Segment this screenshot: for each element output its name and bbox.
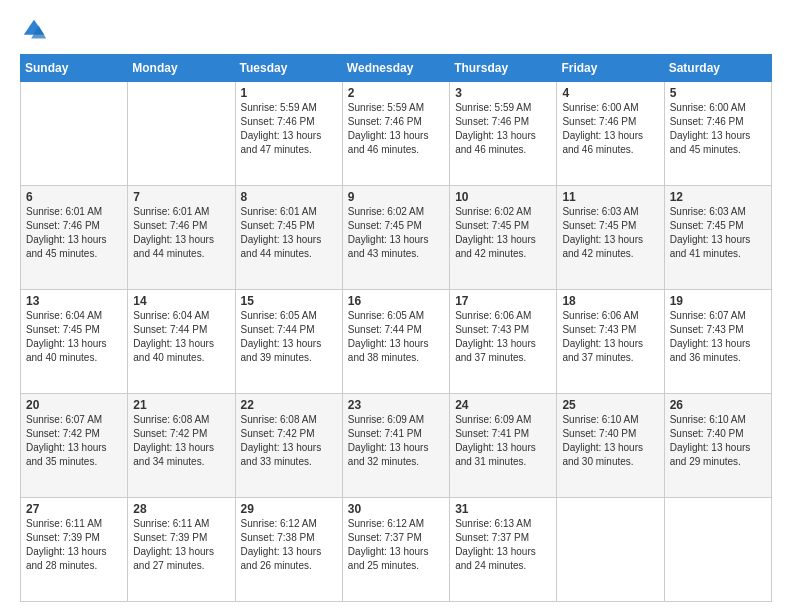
calendar-cell bbox=[128, 82, 235, 186]
day-number: 26 bbox=[670, 398, 766, 412]
day-number: 30 bbox=[348, 502, 444, 516]
day-number: 29 bbox=[241, 502, 337, 516]
day-number: 23 bbox=[348, 398, 444, 412]
weekday-header-friday: Friday bbox=[557, 55, 664, 82]
day-info: Sunrise: 6:06 AM Sunset: 7:43 PM Dayligh… bbox=[455, 309, 551, 365]
calendar-cell: 15Sunrise: 6:05 AM Sunset: 7:44 PM Dayli… bbox=[235, 290, 342, 394]
day-info: Sunrise: 6:11 AM Sunset: 7:39 PM Dayligh… bbox=[133, 517, 229, 573]
calendar-cell: 25Sunrise: 6:10 AM Sunset: 7:40 PM Dayli… bbox=[557, 394, 664, 498]
calendar-cell: 18Sunrise: 6:06 AM Sunset: 7:43 PM Dayli… bbox=[557, 290, 664, 394]
day-number: 19 bbox=[670, 294, 766, 308]
calendar-cell: 23Sunrise: 6:09 AM Sunset: 7:41 PM Dayli… bbox=[342, 394, 449, 498]
calendar-cell bbox=[21, 82, 128, 186]
day-info: Sunrise: 6:03 AM Sunset: 7:45 PM Dayligh… bbox=[670, 205, 766, 261]
week-row-5: 27Sunrise: 6:11 AM Sunset: 7:39 PM Dayli… bbox=[21, 498, 772, 602]
day-number: 18 bbox=[562, 294, 658, 308]
day-info: Sunrise: 6:12 AM Sunset: 7:38 PM Dayligh… bbox=[241, 517, 337, 573]
calendar-cell: 5Sunrise: 6:00 AM Sunset: 7:46 PM Daylig… bbox=[664, 82, 771, 186]
calendar-cell: 17Sunrise: 6:06 AM Sunset: 7:43 PM Dayli… bbox=[450, 290, 557, 394]
weekday-header-monday: Monday bbox=[128, 55, 235, 82]
calendar-cell: 16Sunrise: 6:05 AM Sunset: 7:44 PM Dayli… bbox=[342, 290, 449, 394]
day-info: Sunrise: 6:07 AM Sunset: 7:42 PM Dayligh… bbox=[26, 413, 122, 469]
day-number: 3 bbox=[455, 86, 551, 100]
day-info: Sunrise: 6:01 AM Sunset: 7:46 PM Dayligh… bbox=[133, 205, 229, 261]
day-number: 20 bbox=[26, 398, 122, 412]
day-info: Sunrise: 5:59 AM Sunset: 7:46 PM Dayligh… bbox=[348, 101, 444, 157]
calendar-cell: 30Sunrise: 6:12 AM Sunset: 7:37 PM Dayli… bbox=[342, 498, 449, 602]
calendar-cell: 10Sunrise: 6:02 AM Sunset: 7:45 PM Dayli… bbox=[450, 186, 557, 290]
calendar-cell: 14Sunrise: 6:04 AM Sunset: 7:44 PM Dayli… bbox=[128, 290, 235, 394]
day-number: 31 bbox=[455, 502, 551, 516]
day-number: 2 bbox=[348, 86, 444, 100]
week-row-2: 6Sunrise: 6:01 AM Sunset: 7:46 PM Daylig… bbox=[21, 186, 772, 290]
calendar-cell: 28Sunrise: 6:11 AM Sunset: 7:39 PM Dayli… bbox=[128, 498, 235, 602]
day-number: 8 bbox=[241, 190, 337, 204]
day-number: 17 bbox=[455, 294, 551, 308]
day-info: Sunrise: 6:08 AM Sunset: 7:42 PM Dayligh… bbox=[241, 413, 337, 469]
day-number: 28 bbox=[133, 502, 229, 516]
day-info: Sunrise: 6:12 AM Sunset: 7:37 PM Dayligh… bbox=[348, 517, 444, 573]
calendar-cell: 21Sunrise: 6:08 AM Sunset: 7:42 PM Dayli… bbox=[128, 394, 235, 498]
day-number: 7 bbox=[133, 190, 229, 204]
day-info: Sunrise: 6:01 AM Sunset: 7:46 PM Dayligh… bbox=[26, 205, 122, 261]
calendar-cell: 6Sunrise: 6:01 AM Sunset: 7:46 PM Daylig… bbox=[21, 186, 128, 290]
calendar-cell: 22Sunrise: 6:08 AM Sunset: 7:42 PM Dayli… bbox=[235, 394, 342, 498]
calendar-cell bbox=[557, 498, 664, 602]
day-info: Sunrise: 5:59 AM Sunset: 7:46 PM Dayligh… bbox=[455, 101, 551, 157]
day-number: 11 bbox=[562, 190, 658, 204]
calendar-cell: 24Sunrise: 6:09 AM Sunset: 7:41 PM Dayli… bbox=[450, 394, 557, 498]
day-number: 22 bbox=[241, 398, 337, 412]
calendar-cell: 4Sunrise: 6:00 AM Sunset: 7:46 PM Daylig… bbox=[557, 82, 664, 186]
calendar-cell: 12Sunrise: 6:03 AM Sunset: 7:45 PM Dayli… bbox=[664, 186, 771, 290]
day-number: 24 bbox=[455, 398, 551, 412]
day-number: 14 bbox=[133, 294, 229, 308]
day-number: 16 bbox=[348, 294, 444, 308]
calendar-cell: 27Sunrise: 6:11 AM Sunset: 7:39 PM Dayli… bbox=[21, 498, 128, 602]
day-info: Sunrise: 6:04 AM Sunset: 7:44 PM Dayligh… bbox=[133, 309, 229, 365]
calendar-cell: 19Sunrise: 6:07 AM Sunset: 7:43 PM Dayli… bbox=[664, 290, 771, 394]
calendar-cell: 3Sunrise: 5:59 AM Sunset: 7:46 PM Daylig… bbox=[450, 82, 557, 186]
day-number: 9 bbox=[348, 190, 444, 204]
week-row-1: 1Sunrise: 5:59 AM Sunset: 7:46 PM Daylig… bbox=[21, 82, 772, 186]
day-number: 5 bbox=[670, 86, 766, 100]
day-info: Sunrise: 6:07 AM Sunset: 7:43 PM Dayligh… bbox=[670, 309, 766, 365]
day-info: Sunrise: 6:13 AM Sunset: 7:37 PM Dayligh… bbox=[455, 517, 551, 573]
day-number: 12 bbox=[670, 190, 766, 204]
calendar-cell: 29Sunrise: 6:12 AM Sunset: 7:38 PM Dayli… bbox=[235, 498, 342, 602]
calendar-cell: 13Sunrise: 6:04 AM Sunset: 7:45 PM Dayli… bbox=[21, 290, 128, 394]
day-info: Sunrise: 6:05 AM Sunset: 7:44 PM Dayligh… bbox=[241, 309, 337, 365]
day-info: Sunrise: 6:08 AM Sunset: 7:42 PM Dayligh… bbox=[133, 413, 229, 469]
day-number: 25 bbox=[562, 398, 658, 412]
week-row-3: 13Sunrise: 6:04 AM Sunset: 7:45 PM Dayli… bbox=[21, 290, 772, 394]
day-number: 10 bbox=[455, 190, 551, 204]
calendar-cell: 1Sunrise: 5:59 AM Sunset: 7:46 PM Daylig… bbox=[235, 82, 342, 186]
day-info: Sunrise: 6:10 AM Sunset: 7:40 PM Dayligh… bbox=[670, 413, 766, 469]
day-number: 4 bbox=[562, 86, 658, 100]
calendar-cell: 8Sunrise: 6:01 AM Sunset: 7:45 PM Daylig… bbox=[235, 186, 342, 290]
week-row-4: 20Sunrise: 6:07 AM Sunset: 7:42 PM Dayli… bbox=[21, 394, 772, 498]
day-info: Sunrise: 6:06 AM Sunset: 7:43 PM Dayligh… bbox=[562, 309, 658, 365]
day-number: 21 bbox=[133, 398, 229, 412]
day-number: 15 bbox=[241, 294, 337, 308]
calendar-cell: 31Sunrise: 6:13 AM Sunset: 7:37 PM Dayli… bbox=[450, 498, 557, 602]
day-number: 6 bbox=[26, 190, 122, 204]
day-info: Sunrise: 6:02 AM Sunset: 7:45 PM Dayligh… bbox=[455, 205, 551, 261]
day-info: Sunrise: 6:11 AM Sunset: 7:39 PM Dayligh… bbox=[26, 517, 122, 573]
calendar-cell: 26Sunrise: 6:10 AM Sunset: 7:40 PM Dayli… bbox=[664, 394, 771, 498]
day-info: Sunrise: 6:04 AM Sunset: 7:45 PM Dayligh… bbox=[26, 309, 122, 365]
weekday-header-wednesday: Wednesday bbox=[342, 55, 449, 82]
calendar-cell: 9Sunrise: 6:02 AM Sunset: 7:45 PM Daylig… bbox=[342, 186, 449, 290]
calendar-cell: 20Sunrise: 6:07 AM Sunset: 7:42 PM Dayli… bbox=[21, 394, 128, 498]
logo-icon bbox=[20, 16, 48, 44]
day-info: Sunrise: 6:09 AM Sunset: 7:41 PM Dayligh… bbox=[348, 413, 444, 469]
day-info: Sunrise: 6:00 AM Sunset: 7:46 PM Dayligh… bbox=[670, 101, 766, 157]
weekday-header-tuesday: Tuesday bbox=[235, 55, 342, 82]
logo bbox=[20, 16, 52, 44]
day-number: 27 bbox=[26, 502, 122, 516]
day-info: Sunrise: 6:01 AM Sunset: 7:45 PM Dayligh… bbox=[241, 205, 337, 261]
calendar-cell: 11Sunrise: 6:03 AM Sunset: 7:45 PM Dayli… bbox=[557, 186, 664, 290]
day-info: Sunrise: 6:02 AM Sunset: 7:45 PM Dayligh… bbox=[348, 205, 444, 261]
weekday-header-saturday: Saturday bbox=[664, 55, 771, 82]
day-info: Sunrise: 6:10 AM Sunset: 7:40 PM Dayligh… bbox=[562, 413, 658, 469]
day-info: Sunrise: 6:00 AM Sunset: 7:46 PM Dayligh… bbox=[562, 101, 658, 157]
